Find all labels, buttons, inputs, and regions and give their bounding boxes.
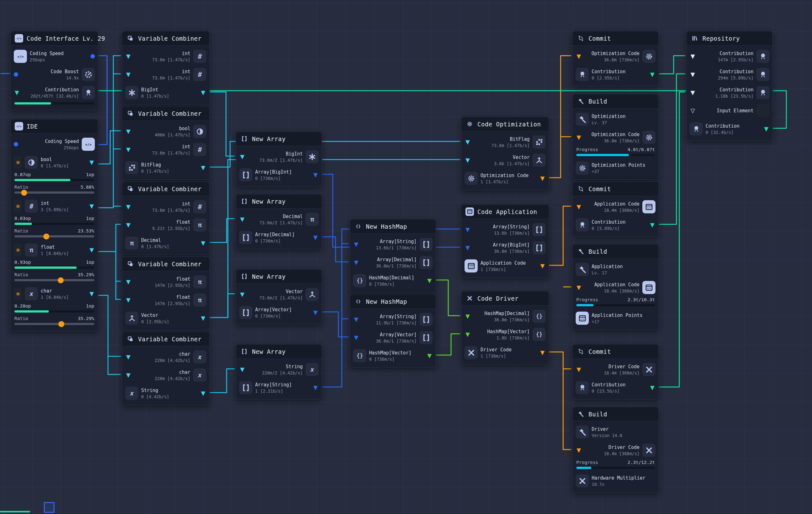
port-tri-arr3[interactable]: ▼ [312,310,319,315]
node-vc3[interactable]: Variable Combiner▼int73.6m [1.47b/s]▼flo… [122,181,210,255]
port-tri-repository[interactable]: ▼ [690,72,696,77]
port-tri-build1[interactable]: ▼ [576,134,582,140]
port-tri-arr3[interactable]: ▼ [239,292,245,297]
node-code-driver[interactable]: Code Driver▼HashMap[Decimal]36.8m [736m/… [461,291,549,364]
port-tri-arr2[interactable]: ▼ [312,235,319,240]
node-build2[interactable]: BuildApplicationLv. 17▼Application Code1… [572,244,659,330]
port-tri-build2[interactable]: ▼ [576,285,582,290]
ratio-slider[interactable] [14,323,94,325]
port-tri-vc3[interactable]: ▼ [200,240,206,246]
slider-knob[interactable] [44,233,50,239]
port-tri-ide[interactable]: ▼ [89,159,95,165]
port-tri-build3[interactable]: ▼ [576,447,582,453]
port-tri-arr2[interactable]: ▼ [239,216,245,222]
node-commit3[interactable]: Commit▼Driver Code18.4m [368m/s]Contribu… [572,344,659,399]
port-tri-vc5[interactable]: ▼ [125,354,132,360]
port-tri-code-interface[interactable]: ▼ [14,90,20,95]
node-code-optimization[interactable]: Code Optimization▼BitFlag73.6m [1.47b/s]… [461,117,549,190]
port-tri-hm1[interactable]: ▼ [353,260,359,265]
port-tri-code-driver[interactable]: ▼ [539,350,546,355]
port-tri-vc4[interactable]: ▼ [125,297,132,303]
port-tri-code-application[interactable]: ▼ [465,245,471,250]
port-tri-arr4[interactable]: ▼ [312,385,319,390]
node-arr2[interactable]: New Array▼Decimal73.6m/2 [1.47b/s]Array[… [236,194,322,249]
node-repository[interactable]: Repository▼Contribution147m [2.95b/s]▼Co… [686,31,773,141]
port-tri-arr1[interactable]: ▼ [239,154,245,159]
port-tri-vc1[interactable]: ▼ [200,90,206,95]
port-tri-o-repository[interactable]: ▽ [690,108,696,114]
port-tri-ide[interactable]: ▼ [89,247,95,253]
port-tri-vc3[interactable]: ▼ [125,222,132,228]
port-tri-hm2[interactable]: ▼ [426,353,433,359]
node-vc2[interactable]: Variable Combiner▼bool406m [1.47b/s]▼int… [122,106,210,180]
port-tri-vc5[interactable]: ▼ [200,390,206,396]
port-tri-code-optimization[interactable]: ▼ [465,139,471,145]
ratio-slider[interactable] [14,279,94,281]
node-ide[interactable]: IDECoding Speed25Gopsbool0 [1.47b/s]▼0.8… [10,119,98,331]
node-row-in: ▼int73.6m [1.47b/s] [122,66,209,83]
slider-knob[interactable] [59,321,64,327]
port-tri-vc5[interactable]: ▼ [125,372,132,378]
node-build1[interactable]: BuildOptimizationLv. 37▼Optimization Cod… [572,94,659,180]
port-dot-ide[interactable] [14,142,18,146]
node-row-out: String0 [4.42b/s]▼ [122,385,209,402]
port-tri-repository[interactable]: ▼ [690,54,696,59]
generator-toggle[interactable] [14,288,22,300]
port-tri-vc1[interactable]: ▼ [125,54,132,59]
port-tri-vc4[interactable]: ▼ [200,315,206,321]
node-hm1[interactable]: New HashMap▼Array[String]13.6b/1 [736m/s… [350,219,436,293]
port-tri-hm1[interactable]: ▼ [426,278,433,283]
port-tri-arr1[interactable]: ▼ [312,172,319,178]
port-dot-code-interface[interactable] [90,54,95,59]
node-commit1[interactable]: Commit▼Optimization Code36.8m [736m/s]Co… [572,31,659,86]
port-tri-code-optimization[interactable]: ▼ [539,176,546,181]
node-arr3[interactable]: New Array▼Vector73.6m/2 [1.47b/s]Array[V… [236,269,322,325]
slider-knob[interactable] [58,277,63,283]
port-tri-ide[interactable]: ▼ [89,203,95,209]
port-tri-code-application[interactable]: ▼ [465,227,471,233]
port-tri-hm1[interactable]: ▼ [353,242,359,247]
node-arr1[interactable]: New Array▼BigInt73.6m/2 [1.47b/s]Array[B… [236,131,322,187]
port-tri-commit2[interactable]: ▼ [576,204,582,210]
node-arr4[interactable]: New Array▼String220m/2 [4.42b/s]Array[St… [236,344,322,399]
port-dot-code-interface[interactable] [14,72,18,77]
ratio-slider[interactable] [14,191,94,194]
port-tri-repository[interactable]: ▼ [690,90,696,95]
slider-knob[interactable] [21,189,27,195]
port-tri-repository[interactable]: ▼ [763,126,770,132]
node-hm2[interactable]: New HashMap▼Array[String]11.9b/1 [736m/s… [350,294,436,368]
port-tri-code-optimization[interactable]: ▼ [465,157,471,163]
node-title: Commit [588,348,611,355]
port-tri-vc2[interactable]: ▼ [125,147,132,152]
port-tri-hm2[interactable]: ▼ [353,316,359,322]
generator-toggle[interactable] [14,156,22,169]
generator-toggle[interactable] [14,244,22,256]
port-tri-ide[interactable]: ▼ [89,291,95,297]
port-tri-commit3[interactable]: ▼ [649,385,656,390]
port-tri-commit3[interactable]: ▼ [576,367,582,372]
port-tri-arr4[interactable]: ▼ [239,367,245,372]
node-vc1[interactable]: Variable Combiner▼int73.6m [1.47b/s]▼int… [122,31,210,104]
node-commit2[interactable]: Commit▼Application Code18.4m [368m/s]Con… [572,181,659,237]
node-vc5[interactable]: Variable Combiner▼char220m [4.42b/s]▼cha… [122,332,210,405]
ratio-slider[interactable] [14,235,94,237]
port-tri-commit1[interactable]: ▼ [649,72,656,77]
generator-toggle[interactable] [14,200,22,212]
node-build3[interactable]: BuildDriverVersion 14.0▼Driver Code18.4m… [572,407,659,493]
port-tri-code-driver[interactable]: ▼ [465,332,471,337]
node-row-in: ▼Decimal73.6m/2 [1.47b/s] [236,211,322,228]
port-tri-commit1[interactable]: ▼ [576,54,582,59]
port-tri-code-driver[interactable]: ▼ [465,313,471,319]
node-graph-canvas[interactable]: Code Interface Lv. 29Coding Speed25GopsC… [0,0,812,514]
port-tri-vc2[interactable]: ▼ [200,165,206,171]
port-tri-vc3[interactable]: ▼ [125,204,132,210]
port-tri-code-application[interactable]: ▼ [539,263,546,269]
port-tri-vc4[interactable]: ▼ [125,279,132,285]
port-tri-vc2[interactable]: ▼ [125,128,132,134]
node-code-application[interactable]: Code Application▼Array[String]13.6b [736… [461,204,549,278]
node-vc4[interactable]: Variable Combiner▼float147m [2.95b/s]▼fl… [122,256,210,330]
port-tri-vc1[interactable]: ▼ [125,72,132,77]
node-code-interface[interactable]: Code Interface Lv. 29Coding Speed25GopsC… [10,31,98,110]
port-tri-hm2[interactable]: ▼ [353,335,359,340]
port-tri-commit2[interactable]: ▼ [649,222,656,228]
